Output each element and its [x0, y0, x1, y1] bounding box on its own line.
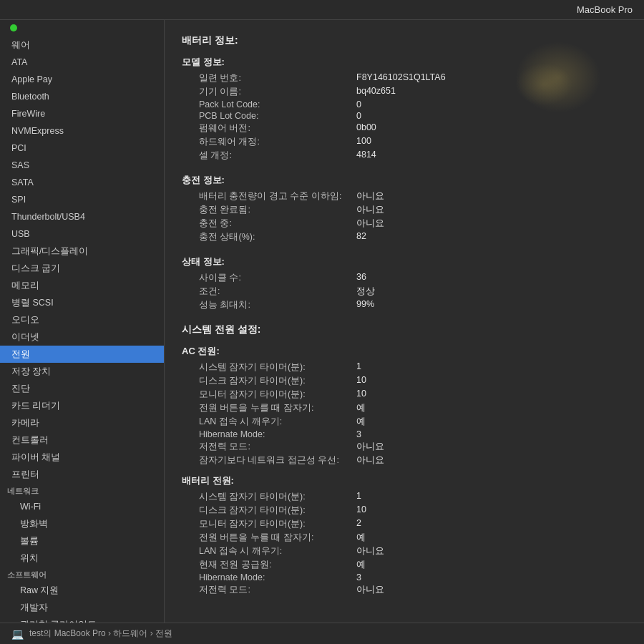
sidebar-item[interactable]: USB [0, 225, 164, 243]
row-label: Hibernate Mode: [199, 572, 356, 582]
model-info-block: 모델 정보: 일련 번호:F8Y146102S1Q1LTA6기기 이름:bq40… [182, 56, 627, 162]
row-label: 충전 완료됨: [199, 204, 356, 216]
row-label: 조건: [199, 286, 356, 298]
sidebar-item[interactable]: 파이버 채널 [0, 449, 164, 466]
table-row: 모니터 잠자기 타이머(분):10 [182, 388, 627, 401]
sidebar-item[interactable]: 카메라 [0, 414, 164, 431]
row-value: 99% [356, 299, 374, 311]
table-row: 조건:정상 [182, 285, 627, 298]
ac-section-title: AC 전원: [182, 345, 627, 358]
sidebar-item-sub[interactable]: 위치 [0, 550, 164, 567]
status-dot [10, 24, 17, 31]
table-row: 디스크 잠자기 타이머(분):10 [182, 374, 627, 388]
table-row: 잠자기보다 네트워크 접근성 우선:아니요 [182, 454, 627, 467]
row-value: 10 [356, 389, 366, 401]
table-row: 성능 최대치:99% [182, 298, 627, 312]
sidebar-item[interactable]: Bluetooth [0, 88, 164, 105]
row-value: 아니요 [356, 441, 384, 453]
row-label: Hibernate Mode: [199, 429, 356, 439]
breadcrumb-path: test의 MacBook Pro › 하드웨어 › 전원 [29, 628, 172, 640]
sidebar-item[interactable]: ATA [0, 54, 164, 71]
table-row: 모니터 잠자기 타이머(분):2 [182, 517, 627, 531]
row-value: 0 [356, 99, 361, 109]
row-value: 36 [356, 272, 366, 284]
table-row: 전원 버튼을 누를 때 잠자기:예 [182, 401, 627, 415]
row-value: 예 [356, 416, 366, 428]
row-label: 저전력 모드: [199, 441, 356, 453]
sidebar-item[interactable]: 진단 [0, 380, 164, 397]
sidebar-item[interactable]: 웨어 [0, 36, 164, 54]
row-value: 아니요 [356, 218, 384, 230]
sidebar-item[interactable]: 그래픽/디스플레이 [0, 243, 164, 260]
table-row: 사이클 수:36 [182, 271, 627, 285]
sidebar: 웨어ATAApple PayBluetoothFireWireNVMExpres… [0, 20, 165, 623]
sidebar-item-sub[interactable]: 관리형 클라이언트 [0, 616, 164, 623]
table-row: LAN 접속 시 깨우기:예 [182, 415, 627, 429]
sidebar-item[interactable]: 병렬 SCSI [0, 294, 164, 311]
table-row: 현재 전원 공급원:예 [182, 558, 627, 572]
sidebar-item[interactable]: 저장 장치 [0, 363, 164, 380]
table-row: 배터리 충전량이 경고 수준 이하임:아니요 [182, 190, 627, 203]
row-value: F8Y146102S1Q1LTA6 [356, 72, 446, 84]
table-row: 시스템 잠자기 타이머(분):1 [182, 361, 627, 374]
sidebar-item[interactable]: 컨트롤러 [0, 431, 164, 449]
sidebar-item[interactable]: SAS [0, 157, 164, 174]
row-value: 3 [356, 429, 361, 439]
sidebar-item[interactable]: 이더넷 [0, 328, 164, 346]
row-label: 모니터 잠자기 타이머(분): [199, 389, 356, 401]
row-value: 예 [356, 559, 366, 571]
table-row: 충전 상태(%):82 [182, 230, 627, 244]
sidebar-item[interactable]: SATA [0, 174, 164, 191]
row-value: 1 [356, 491, 361, 503]
sidebar-item[interactable]: 전원 [0, 346, 164, 363]
row-value: 예 [356, 402, 366, 414]
sidebar-item-sub[interactable]: 방화벽 [0, 515, 164, 532]
row-label: 사이클 수: [199, 272, 356, 284]
row-label: 충전 중: [199, 218, 356, 230]
row-value: 정상 [356, 286, 375, 298]
row-label: 배터리 충전량이 경고 수준 이하임: [199, 190, 356, 203]
sidebar-item-sub[interactable]: 볼륨 [0, 532, 164, 550]
row-label: Pack Lot Code: [199, 99, 356, 109]
sidebar-item[interactable]: Apple Pay [0, 71, 164, 88]
row-value: 4814 [356, 150, 376, 162]
top-bar: MacBook Pro [0, 0, 644, 20]
row-value: 아니요 [356, 545, 384, 557]
sidebar-item[interactable]: FireWire [0, 105, 164, 122]
row-value: 아니요 [356, 584, 384, 596]
sidebar-item[interactable]: SPI [0, 191, 164, 208]
table-row: LAN 접속 시 깨우기:아니요 [182, 545, 627, 558]
row-value: 아니요 [356, 190, 384, 203]
status-section-title: 상태 정보: [182, 255, 627, 268]
sidebar-item-sub[interactable]: Wi-Fi [0, 498, 164, 515]
sidebar-item[interactable]: 메모리 [0, 277, 164, 294]
table-row: Hibernate Mode:3 [182, 572, 627, 583]
row-value: 1 [356, 361, 361, 374]
ac-power-block: AC 전원: 시스템 잠자기 타이머(분):1디스크 잠자기 타이머(분):10… [182, 345, 627, 467]
table-row: 충전 중:아니요 [182, 217, 627, 230]
row-label: 디스크 잠자기 타이머(분): [199, 375, 356, 387]
table-row: 하드웨어 개정:100 [182, 135, 627, 149]
table-row: 디스크 잠자기 타이머(분):10 [182, 504, 627, 517]
breadcrumb-bar: 💻 test의 MacBook Pro › 하드웨어 › 전원 [0, 623, 644, 644]
sidebar-item[interactable]: 프린터 [0, 466, 164, 483]
sidebar-item[interactable]: 오디오 [0, 311, 164, 328]
row-value: 82 [356, 231, 366, 243]
model-section-title: 모델 정보: [182, 56, 627, 69]
row-value: 100 [356, 136, 371, 148]
table-row: Hibernate Mode:3 [182, 429, 627, 440]
row-label: 모니터 잠자기 타이머(분): [199, 518, 356, 530]
sidebar-item[interactable]: 디스크 굽기 [0, 260, 164, 277]
sidebar-item[interactable]: 카드 리더기 [0, 397, 164, 414]
sidebar-item[interactable]: Thunderbolt/USB4 [0, 208, 164, 225]
battery-power-block: 배터리 전원: 시스템 잠자기 타이머(분):1디스크 잠자기 타이머(분):1… [182, 474, 627, 597]
row-label: 펌웨어 버전: [199, 122, 356, 135]
sidebar-item-sub[interactable]: Raw 지원 [0, 582, 164, 599]
sidebar-item[interactable]: PCI [0, 140, 164, 157]
sidebar-item-sub[interactable]: 개발자 [0, 599, 164, 616]
row-value: 0b00 [356, 122, 376, 135]
row-label: 전원 버튼을 누를 때 잠자기: [199, 532, 356, 544]
table-row: 저전력 모드:아니요 [182, 440, 627, 454]
row-value: bq40z651 [356, 86, 396, 98]
sidebar-item[interactable]: NVMExpress [0, 122, 164, 140]
